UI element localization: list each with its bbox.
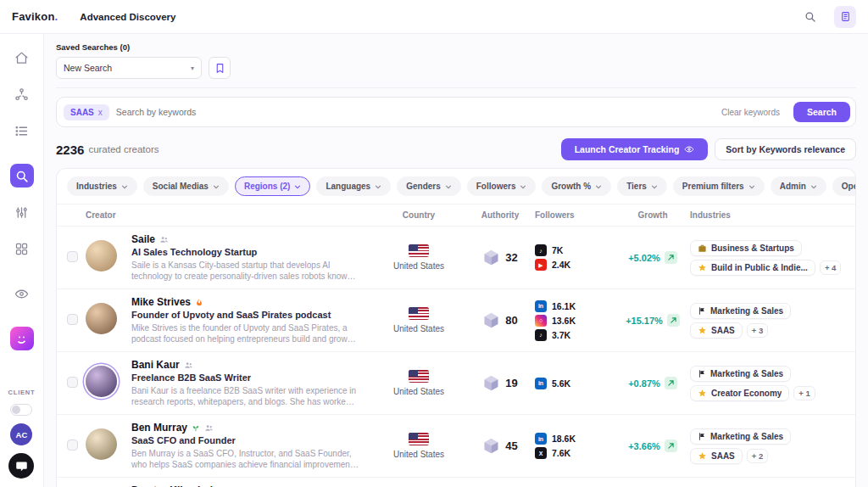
follower-count: 18.6K: [552, 434, 576, 444]
industry-chip[interactable]: Build in Public & Indie...: [690, 260, 815, 276]
top-header: Favikon. Advanced Discovery: [0, 0, 868, 34]
filter-chip-regions-2-[interactable]: Regions (2): [235, 176, 310, 196]
creator-name[interactable]: Saile: [131, 233, 155, 245]
watchlist-eye-icon[interactable]: [10, 282, 34, 305]
more-industries-badge[interactable]: + 1: [793, 386, 815, 400]
growth-up-arrow-icon: [670, 316, 677, 324]
col-followers[interactable]: Followers: [535, 210, 615, 220]
creator-avatar: [86, 428, 117, 460]
sliders-icon[interactable]: [10, 200, 34, 224]
star-icon: [698, 451, 707, 461]
industry-chip[interactable]: Business & Startups: [690, 240, 802, 256]
home-icon[interactable]: [10, 46, 34, 70]
growth-value: +3.66%: [628, 441, 660, 451]
search-button[interactable]: Search: [793, 102, 850, 122]
table-row[interactable]: Bani KaurFreelance B2B SaaS WriterBani K…: [57, 351, 855, 414]
row-checkbox[interactable]: [67, 314, 78, 325]
flag-icon: [698, 306, 706, 316]
country-flag-icon: [409, 433, 429, 445]
help-button[interactable]: [834, 6, 856, 28]
growth-value: +15.17%: [626, 316, 663, 326]
creators-card: IndustriesSocial MediasRegions (2)Langua…: [56, 168, 856, 487]
table-row[interactable]: SaileAI Sales Technology StartupSaile is…: [57, 227, 855, 288]
chevron-down-icon: [121, 183, 128, 190]
row-checkbox[interactable]: [67, 377, 78, 388]
chevron-down-icon: [445, 183, 452, 190]
industry-chip[interactable]: SAAS: [690, 322, 743, 339]
filter-chip-growth-[interactable]: Growth %: [542, 176, 611, 196]
industry-chip[interactable]: Marketing & Sales: [690, 366, 791, 382]
filter-chips: IndustriesSocial MediasRegions (2)Langua…: [57, 169, 855, 204]
filter-chip-languages[interactable]: Languages: [316, 176, 391, 196]
creator-description: Mike Strives is the founder of Upvoty an…: [131, 322, 359, 344]
authority-cube-icon: [482, 311, 500, 329]
creator-name[interactable]: Mike Strives: [131, 296, 191, 308]
table-row[interactable]: Mike StrivesFounder of Upvoty and SaaS P…: [57, 288, 855, 351]
follower-count: 16.1K: [552, 301, 576, 311]
industry-chip[interactable]: Marketing & Sales: [690, 428, 791, 445]
keyword-search-input[interactable]: [116, 107, 715, 117]
row-checkbox[interactable]: [67, 251, 78, 262]
more-industries-badge[interactable]: + 2: [747, 449, 768, 463]
filter-chip-premium-filters[interactable]: Premium filters: [673, 176, 765, 196]
apps-grid-icon[interactable]: [10, 237, 34, 260]
filter-chip-admin[interactable]: Admin: [771, 176, 826, 196]
growth-value: +5.02%: [628, 253, 660, 263]
table-row[interactable]: Ben MurraySaaS CFO and FounderBen Murray…: [57, 414, 855, 477]
chevron-down-icon: [810, 183, 817, 190]
remove-tag-icon[interactable]: x: [98, 108, 103, 117]
country-name: United States: [393, 450, 444, 459]
country-name: United States: [393, 324, 444, 333]
save-search-button[interactable]: [209, 57, 231, 79]
tiktok-icon: ♪: [535, 329, 547, 341]
industry-label: Creator Economy: [711, 389, 782, 398]
row-checkbox[interactable]: [67, 439, 78, 451]
filter-chip-social-medias[interactable]: Social Medias: [143, 176, 229, 196]
follower-count: 7.6K: [552, 448, 570, 458]
more-industries-badge[interactable]: + 4: [820, 260, 841, 275]
sort-by-relevance-button[interactable]: Sort by Keywords relevance: [715, 138, 856, 160]
member-badge-icon: [184, 361, 193, 370]
industry-label: Marketing & Sales: [710, 306, 783, 316]
star-icon: [698, 389, 707, 398]
chevron-down-icon: ▾: [191, 64, 194, 72]
list-icon[interactable]: [10, 119, 34, 143]
col-growth[interactable]: Growth: [615, 210, 690, 220]
col-authority[interactable]: Authority: [465, 210, 535, 220]
keyword-tag-saas[interactable]: SAASx: [64, 104, 109, 120]
launch-creator-tracking-button[interactable]: Launch Creator Tracking: [561, 138, 709, 160]
growth-up-arrow-icon: [667, 442, 675, 450]
filter-chip-tiers[interactable]: Tiers: [617, 176, 667, 196]
filter-chip-industries[interactable]: Industries: [67, 176, 137, 196]
industry-chip[interactable]: Marketing & Sales: [690, 303, 791, 319]
creator-title: SaaS CFO and Founder: [131, 435, 359, 445]
network-icon[interactable]: [10, 82, 34, 106]
search-icon[interactable]: [798, 6, 821, 28]
chat-widget-icon[interactable]: [8, 453, 34, 479]
filter-chip-followers[interactable]: Followers: [467, 176, 537, 196]
creator-name[interactable]: Ben Murray: [131, 422, 187, 434]
chevron-down-icon: [748, 183, 755, 190]
filter-chip-genders[interactable]: Genders: [397, 176, 461, 196]
filter-chip-open-di[interactable]: Open di: [832, 176, 856, 196]
favikon-app-icon[interactable]: [10, 327, 34, 350]
user-avatar[interactable]: AC: [10, 423, 32, 445]
industry-chip[interactable]: Creator Economy: [690, 385, 789, 401]
creator-name[interactable]: Bani Kaur: [131, 359, 180, 371]
follower-count: 5.6K: [552, 378, 570, 389]
discovery-search-icon[interactable]: [10, 164, 34, 188]
col-creator[interactable]: Creator: [86, 210, 372, 220]
col-country[interactable]: Country: [372, 210, 465, 220]
table-row[interactable]: Dmytro KlimchukCo-Founder and SEO Execut…: [57, 477, 855, 487]
favikon-logo[interactable]: Favikon.: [12, 10, 58, 23]
more-industries-badge[interactable]: + 3: [747, 323, 768, 338]
follower-count: 2.4K: [552, 260, 570, 270]
saved-search-select[interactable]: New Search ▾: [56, 57, 202, 79]
industry-chip[interactable]: SAAS: [690, 448, 743, 464]
industry-label: SAAS: [711, 326, 735, 335]
chevron-down-icon: [213, 183, 220, 190]
briefcase-icon: [698, 244, 707, 253]
client-toggle[interactable]: [10, 404, 32, 416]
col-industries[interactable]: Industries: [690, 210, 855, 220]
clear-keywords-link[interactable]: Clear keywords: [721, 108, 780, 117]
